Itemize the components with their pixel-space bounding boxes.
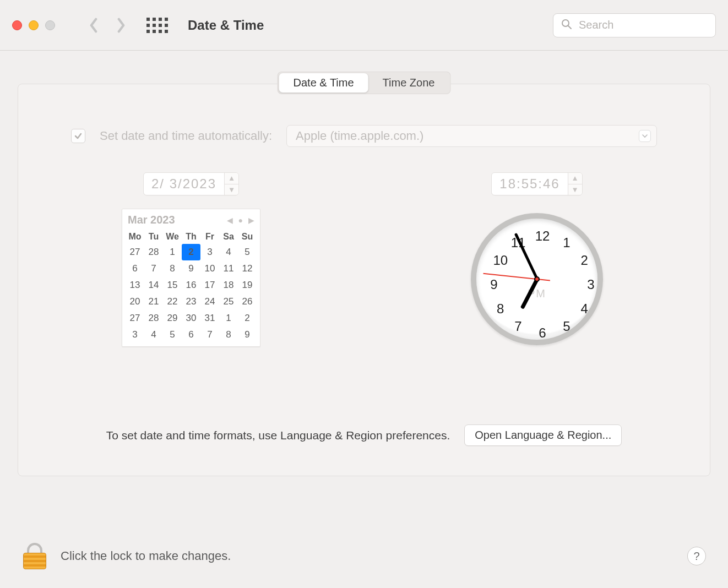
- minimize-window-button[interactable]: [29, 20, 39, 30]
- back-button[interactable]: [83, 14, 105, 36]
- clock-number: 2: [581, 253, 588, 268]
- auto-datetime-row: Set date and time automatically: Apple (…: [18, 125, 710, 147]
- calendar-day[interactable]: 6: [182, 326, 200, 343]
- calendar-day[interactable]: 26: [238, 293, 257, 310]
- calendar-day[interactable]: 25: [219, 293, 238, 310]
- calendar-day[interactable]: 29: [163, 310, 182, 326]
- clock-number: 9: [490, 277, 497, 292]
- calendar-day[interactable]: 9: [182, 260, 200, 277]
- date-step-up[interactable]: ▲: [225, 173, 238, 184]
- calendar-today-dot[interactable]: ●: [238, 216, 243, 225]
- time-server-value: Apple (time.apple.com.): [296, 129, 423, 143]
- calendar-day[interactable]: 19: [238, 277, 257, 293]
- open-language-region-button[interactable]: Open Language & Region...: [464, 424, 622, 446]
- lock-row: Click the lock to make changes. ?: [22, 543, 706, 569]
- calendar-day[interactable]: 8: [219, 326, 238, 343]
- lock-button[interactable]: [22, 543, 47, 569]
- calendar-day[interactable]: 3: [200, 244, 219, 260]
- chevron-right-icon: [116, 18, 126, 33]
- clock-number: 6: [539, 325, 546, 341]
- calendar-day[interactable]: 9: [238, 326, 257, 343]
- calendar-day[interactable]: 28: [144, 244, 163, 260]
- calendar-day[interactable]: 5: [238, 244, 257, 260]
- window-controls: [12, 20, 55, 30]
- calendar-day[interactable]: 11: [219, 260, 238, 277]
- time-server-combo[interactable]: Apple (time.apple.com.): [286, 125, 657, 147]
- search-field[interactable]: [553, 13, 716, 37]
- close-window-button[interactable]: [12, 20, 22, 30]
- show-all-prefs-button[interactable]: [146, 18, 168, 33]
- calendar-day[interactable]: 5: [163, 326, 182, 343]
- time-column: 18:55:46 ▲ ▼ PM 121234567891011: [397, 172, 677, 347]
- clock-number: 3: [587, 277, 594, 292]
- date-stepper[interactable]: 2/ 3/2023 ▲ ▼: [143, 172, 239, 195]
- calendar-day[interactable]: 16: [182, 277, 200, 293]
- calendar-day[interactable]: 20: [126, 293, 144, 310]
- calendar-day[interactable]: 7: [144, 260, 163, 277]
- lock-body-icon: [23, 553, 46, 569]
- calendar-weekday: Sa: [219, 230, 238, 244]
- calendar-day[interactable]: 10: [200, 260, 219, 277]
- clock-number: 10: [493, 253, 508, 268]
- date-field-value: 2/ 3/2023: [144, 173, 224, 195]
- tab-date-time[interactable]: Date & Time: [279, 73, 368, 92]
- calendar-weekday: Su: [238, 230, 257, 244]
- calendar-day[interactable]: 22: [163, 293, 182, 310]
- calendar-next-month[interactable]: ▶: [248, 216, 254, 225]
- calendar-day[interactable]: 23: [182, 293, 200, 310]
- auto-datetime-label: Set date and time automatically:: [100, 129, 272, 143]
- analog-clock: PM 121234567891011: [471, 213, 603, 345]
- forward-button[interactable]: [110, 14, 132, 36]
- help-button[interactable]: ?: [687, 547, 706, 565]
- calendar-day[interactable]: 3: [126, 326, 144, 343]
- chevron-left-icon: [89, 18, 99, 33]
- calendar-day[interactable]: 24: [200, 293, 219, 310]
- checkmark-icon: [74, 132, 83, 140]
- lock-message: Click the lock to make changes.: [61, 549, 231, 563]
- calendar-weekday: Tu: [144, 230, 163, 244]
- calendar-day[interactable]: 4: [219, 244, 238, 260]
- calendar-day[interactable]: 18: [219, 277, 238, 293]
- time-step-up[interactable]: ▲: [568, 173, 582, 184]
- calendar-day[interactable]: 28: [144, 310, 163, 326]
- clock-number: 1: [563, 235, 570, 251]
- calendar-prev-month[interactable]: ◀: [227, 216, 233, 225]
- formats-hint: To set date and time formats, use Langua…: [106, 429, 450, 442]
- calendar-day[interactable]: 2: [238, 310, 257, 326]
- calendar-day[interactable]: 27: [126, 310, 144, 326]
- calendar-day[interactable]: 17: [200, 277, 219, 293]
- time-stepper[interactable]: 18:55:46 ▲ ▼: [491, 172, 582, 195]
- time-step-down[interactable]: ▼: [568, 184, 582, 195]
- calendar-day[interactable]: 13: [126, 277, 144, 293]
- calendar-day[interactable]: 30: [182, 310, 200, 326]
- window-title: Date & Time: [188, 18, 264, 33]
- calendar-day[interactable]: 6: [126, 260, 144, 277]
- calendar-day[interactable]: 7: [200, 326, 219, 343]
- clock-number: 4: [581, 301, 588, 317]
- calendar-day[interactable]: 27: [126, 244, 144, 260]
- calendar-day[interactable]: 15: [163, 277, 182, 293]
- calendar-day[interactable]: 1: [163, 244, 182, 260]
- calendar-day[interactable]: 1: [219, 310, 238, 326]
- calendar-month-label: Mar 2023: [128, 214, 227, 226]
- calendar-day[interactable]: 12: [238, 260, 257, 277]
- calendar-day[interactable]: 2: [182, 244, 200, 260]
- clock-pivot: [534, 276, 540, 282]
- calendar-day[interactable]: 4: [144, 326, 163, 343]
- calendar-day[interactable]: 14: [144, 277, 163, 293]
- calendar-day[interactable]: 31: [200, 310, 219, 326]
- tab-time-zone[interactable]: Time Zone: [368, 73, 449, 92]
- calendar-day[interactable]: 21: [144, 293, 163, 310]
- calendar-day[interactable]: 8: [163, 260, 182, 277]
- date-step-down[interactable]: ▼: [225, 184, 238, 195]
- search-input[interactable]: [578, 18, 708, 32]
- calendar: Mar 2023 ◀ ● ▶ MoTuWeThFrSaSu 2728123456…: [122, 209, 260, 347]
- zoom-window-button[interactable]: [45, 20, 55, 30]
- calendar-weekday: We: [163, 230, 182, 244]
- tab-control: Date & Time Time Zone: [278, 72, 451, 94]
- chevron-down-icon: [639, 130, 651, 142]
- calendar-weekday: Mo: [126, 230, 144, 244]
- calendar-weekday: Fr: [200, 230, 219, 244]
- clock-number: 12: [535, 228, 550, 244]
- auto-datetime-checkbox[interactable]: [71, 129, 85, 143]
